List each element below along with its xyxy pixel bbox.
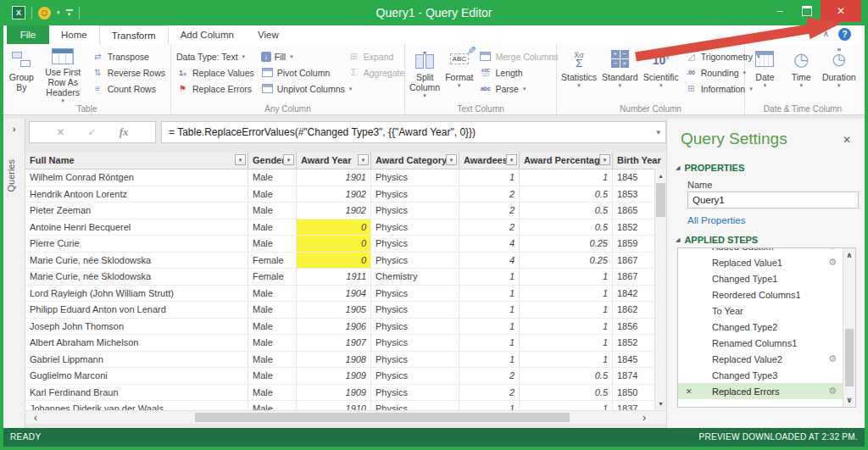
use-first-row-button[interactable]: Use First Row As Headers (38, 46, 88, 103)
cell-award-category[interactable]: Physics (371, 219, 459, 236)
cell-full-name[interactable]: Marie Curie, née Sklodowska (25, 269, 248, 285)
standard-button[interactable]: Standard (599, 46, 641, 103)
gear-icon[interactable] (828, 257, 837, 268)
filter-icon[interactable]: ▾ (358, 154, 369, 165)
cell-full-name[interactable]: Albert Abraham Michelson (25, 335, 248, 351)
column-header-award-category[interactable]: Award Category▾ (371, 153, 459, 169)
filter-icon[interactable]: ▾ (446, 154, 457, 165)
aggregate-button[interactable]: Aggregate (344, 64, 408, 81)
scroll-left-icon[interactable]: ‹ (29, 411, 42, 424)
formula-dropdown-icon[interactable]: ▾ (656, 122, 660, 142)
cell-gender[interactable]: Male (248, 286, 297, 302)
cell-birth-year[interactable]: 1852 (613, 219, 654, 236)
scroll-up-icon[interactable]: ▲ (655, 169, 666, 181)
replace-errors-button[interactable]: Replace Errors (173, 81, 258, 97)
cell-award-category[interactable]: Chemistry (371, 269, 459, 285)
cell-awardees[interactable]: 2 (459, 186, 520, 203)
cell-award-percentage[interactable]: 1 (520, 286, 613, 302)
cell-full-name[interactable]: Philipp Eduard Anton von Lenard (25, 302, 248, 318)
cell-awardees[interactable]: 2 (459, 219, 520, 236)
applied-step[interactable]: Changed Type2 (678, 319, 843, 335)
column-header-birth-year[interactable]: Birth Year (613, 153, 666, 169)
count-rows-button[interactable]: Count Rows (88, 81, 169, 97)
filter-icon[interactable]: ▾ (283, 154, 294, 165)
cell-gender[interactable]: Male (248, 352, 297, 368)
cell-award-percentage[interactable]: 1 (520, 319, 613, 335)
cell-full-name[interactable]: Guglielmo Marconi (25, 368, 248, 384)
cell-award-percentage[interactable]: 0.5 (520, 203, 613, 219)
scientific-button[interactable]: Scientific (641, 46, 682, 103)
cell-full-name[interactable]: Lord Rayleigh (John William Strutt) (25, 286, 248, 302)
scroll-down-icon[interactable]: ∨ (843, 393, 855, 407)
cell-birth-year[interactable]: 1865 (613, 203, 654, 219)
cell-award-category[interactable]: Physics (371, 335, 459, 351)
cell-birth-year[interactable]: 1867 (613, 253, 654, 269)
help-icon[interactable]: ? (838, 28, 851, 41)
parse-button[interactable]: Parse (476, 81, 561, 97)
cell-award-percentage[interactable]: 0.25 (520, 253, 613, 269)
cell-award-percentage[interactable]: 1 (520, 302, 613, 318)
cell-award-category[interactable]: Physics (371, 319, 459, 335)
cell-award-year[interactable]: 1911 (297, 269, 371, 285)
cell-award-percentage[interactable]: 0.25 (520, 236, 613, 252)
cell-gender[interactable]: Male (248, 368, 297, 384)
cell-gender[interactable]: Female (248, 269, 297, 285)
column-header-full-name[interactable]: Full Name▾ (25, 153, 248, 169)
cell-full-name[interactable]: Hendrik Antoon Lorentz (25, 186, 248, 203)
cell-birth-year[interactable]: 1874 (613, 368, 654, 384)
cell-award-percentage[interactable]: 1 (520, 169, 613, 186)
cell-award-category[interactable]: Physics (371, 385, 459, 401)
cell-awardees[interactable]: 1 (459, 269, 520, 285)
cell-award-category[interactable]: Physics (371, 302, 459, 318)
cell-awardees[interactable]: 1 (459, 286, 520, 302)
cell-birth-year[interactable]: 1845 (613, 352, 654, 368)
cell-award-year[interactable]: 1907 (297, 335, 371, 351)
applied-step[interactable]: To Year (678, 303, 843, 319)
gear-icon[interactable] (828, 353, 837, 364)
gear-icon[interactable] (828, 247, 837, 252)
cell-award-percentage[interactable]: 0.5 (520, 385, 613, 401)
maximize-button[interactable] (793, 0, 821, 22)
fill-button[interactable]: Fill (258, 48, 344, 64)
cell-awardees[interactable]: 1 (459, 169, 520, 186)
steps-scroll-thumb[interactable] (845, 329, 854, 386)
cell-full-name[interactable]: Gabriel Lippmann (25, 352, 248, 368)
cell-full-name[interactable]: Karl Ferdinand Braun (25, 385, 248, 401)
scroll-up-icon[interactable]: ∧ (843, 248, 855, 262)
filter-icon[interactable]: ▾ (235, 154, 246, 165)
column-header-awardees[interactable]: Awardees▾ (459, 153, 520, 169)
vertical-scrollbar[interactable]: ▲ ▼ (654, 169, 666, 410)
cell-birth-year[interactable]: 1859 (613, 236, 654, 252)
cell-awardees[interactable]: 4 (459, 253, 520, 269)
filter-icon[interactable]: ▾ (506, 154, 517, 165)
column-header-award-year[interactable]: Award Year▾ (297, 153, 371, 169)
panel-close-icon[interactable]: ✕ (843, 134, 851, 146)
collapse-ribbon-icon[interactable]: ∧ (823, 29, 829, 38)
cell-award-year[interactable]: 0 (297, 236, 371, 252)
tab-home[interactable]: Home (49, 25, 99, 44)
tab-view[interactable]: View (246, 25, 291, 44)
pivot-column-button[interactable]: Pivot Column (258, 64, 344, 81)
unpivot-columns-button[interactable]: Unpivot Columns (258, 81, 344, 97)
queries-pane-label[interactable]: Queries (6, 159, 16, 192)
reverse-rows-button[interactable]: Reverse Rows (88, 64, 169, 81)
date-button[interactable]: Date (747, 46, 783, 103)
applied-step[interactable]: Renamed Columns1 (678, 335, 843, 351)
split-column-button[interactable]: Split Column (407, 46, 442, 103)
cell-award-year[interactable]: 1905 (297, 302, 371, 318)
column-header-gender[interactable]: Gender▾ (248, 153, 297, 169)
cell-award-year[interactable]: 1909 (297, 385, 371, 401)
applied-step[interactable]: Changed Type1 (678, 270, 843, 286)
close-button[interactable]: ✕ (821, 0, 861, 22)
data-type-button[interactable]: Data Type: Text (173, 48, 258, 64)
query-name-input[interactable] (687, 192, 859, 208)
scroll-down-icon[interactable]: ▼ (655, 397, 666, 409)
cancel-icon[interactable]: ✕ (57, 126, 65, 138)
cell-birth-year[interactable]: 1853 (613, 186, 654, 203)
cell-birth-year[interactable]: 1867 (613, 269, 654, 285)
cell-birth-year[interactable]: 1842 (613, 286, 654, 302)
steps-scrollbar[interactable]: ∧ ∨ (843, 248, 855, 407)
expand-button[interactable]: Expand (344, 48, 408, 64)
horizontal-scrollbar[interactable]: ‹ › (25, 410, 666, 424)
cell-award-category[interactable]: Physics (371, 186, 459, 203)
